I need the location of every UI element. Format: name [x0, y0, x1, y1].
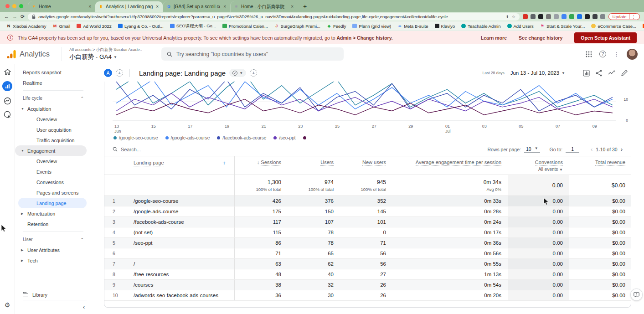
add-filter-icon[interactable]: + [250, 69, 257, 77]
sidebar-item-tech[interactable]: ▶Tech [15, 255, 91, 266]
sidebar-item-landing-page[interactable]: Landing page [18, 198, 87, 208]
table-row-4[interactable]: 4(not set)1157800m 17s0.00$0.00 [104, 227, 631, 238]
sidebar-item-retention[interactable]: Retention [15, 219, 91, 229]
tab-close-icon[interactable]: × [155, 4, 160, 9]
avatar[interactable] [627, 49, 638, 60]
chevron-up-icon[interactable]: ⌃ [80, 96, 84, 101]
column-header-landing-page[interactable]: Landing page+ [127, 156, 234, 175]
line-chart[interactable] [113, 82, 616, 123]
add-comparison-icon[interactable]: + [116, 69, 123, 77]
expand-open-icon[interactable]: ▼ [21, 149, 24, 152]
back-icon[interactable]: ← [4, 14, 9, 19]
extension-icon[interactable] [577, 14, 582, 19]
bookmark-teachable-admin[interactable]: Teachable Admin [459, 24, 503, 29]
window-controls[interactable] [3, 0, 28, 12]
extension-icon[interactable] [531, 14, 536, 19]
column-header-conversions[interactable]: Conversions All events ▼ [508, 156, 569, 175]
bookmark-start-scale-your[interactable]: ⚑Start & Scale Your... [537, 24, 588, 29]
browser-tab-home-小白新势学[interactable]: ■Home - 小白新势学院× [230, 1, 298, 12]
expand-closed-icon[interactable]: ▶ [21, 212, 23, 216]
tab-close-icon[interactable]: × [222, 4, 227, 9]
admin-gear-icon[interactable]: ⚙ [5, 301, 10, 309]
goto-page-input[interactable]: 1 [566, 146, 579, 153]
address-bar[interactable]: analytics.google.com/analytics/web/?auth… [28, 13, 520, 21]
table-row-7[interactable]: 7/6362560m 55s0.00$0.00 [104, 259, 631, 269]
table-search-input[interactable]: Search... [113, 147, 141, 152]
sidebar-item-pages-and-screens[interactable]: Pages and screens [15, 187, 91, 198]
table-row-6[interactable]: 67165560m 56s0.00$0.00 [104, 248, 631, 259]
table-row-10[interactable]: 10/adwords-seo-facebook-ads-courses36302… [104, 290, 631, 301]
column-header-total-revenue[interactable]: Total revenue [569, 156, 631, 175]
legend-item-google-ads-course[interactable]: /google-ads-course [165, 135, 210, 140]
bookmark-add-users[interactable]: Add Users [505, 24, 536, 29]
sidebar-item-monetization[interactable]: ▶Monetization [15, 208, 91, 219]
update-browser-button[interactable]: Update ⋮ [608, 13, 640, 20]
sidebar-item-reports-snapshot[interactable]: Reports snapshot [15, 67, 91, 77]
browser-tab-analytics[interactable]: ▮Analytics | Landing page: Land× [95, 1, 163, 12]
extension-icon[interactable] [569, 14, 574, 19]
bookmark-klaviyo[interactable]: Klaviyo [432, 24, 458, 29]
sidebar-item-user-acquisition[interactable]: User acquisition [15, 124, 91, 135]
table-row-9[interactable]: 9/courses3832260m 54s0.00$0.00 [104, 280, 631, 290]
bookmark-lyang-co-outl[interactable]: Lyang & Co. - Outl... [115, 24, 166, 29]
column-header-engagement[interactable]: Average engagement time per session [392, 156, 508, 175]
insights-icon[interactable] [608, 70, 615, 76]
column-header-new-users[interactable]: New users [340, 156, 392, 175]
sidebar-item-overview[interactable]: Overview [15, 114, 91, 124]
sidebar-item-conversions[interactable]: Conversions [15, 177, 91, 187]
bookmark-gmail[interactable]: MGmail [50, 24, 73, 29]
explore-icon[interactable] [4, 111, 11, 118]
sidebar-item-engagement[interactable]: ▼Engagement [15, 145, 87, 156]
table-row-8[interactable]: 8/free-resources4840271m 13s0.00$0.00 [104, 269, 631, 280]
next-page-icon[interactable]: › [621, 146, 623, 153]
tab-close-icon[interactable]: × [290, 4, 294, 9]
sidebar-item-events[interactable]: Events [15, 166, 91, 177]
sidebar-item-acquisition[interactable]: ▼Acquisition [15, 103, 91, 114]
table-row-3[interactable]: 3/facebook-ads-course1171071010m 24s0.00… [104, 217, 631, 227]
legend-item[interactable] [303, 136, 306, 139]
bookmark-xiaobai-academy[interactable]: NXiaobai Academy [4, 24, 49, 29]
more-options-icon[interactable]: ⋮ [613, 51, 619, 57]
bookmark-ecommerce-case[interactable]: eCommerce Case... [588, 24, 639, 29]
maximize-window-icon[interactable] [19, 4, 23, 8]
share-report-icon[interactable] [596, 70, 602, 77]
comparisons-icon[interactable] [583, 70, 590, 77]
extension-icon[interactable] [538, 14, 543, 19]
browser-tab-home[interactable]: ♥Home× [28, 1, 95, 12]
add-column-icon[interactable]: + [222, 160, 226, 166]
bookmark-seo课程大纲-go[interactable]: SEO课程大纲 - Go... [167, 23, 219, 29]
table-row-1[interactable]: 1/google-seo-course4263763520m 33s0.00$0… [104, 196, 631, 206]
extension-icon[interactable] [562, 14, 567, 19]
rows-per-page-select[interactable]: 10▼ [524, 146, 540, 153]
feedback-button[interactable] [630, 288, 643, 301]
expand-closed-icon[interactable]: ▶ [21, 248, 23, 252]
see-change-history-link[interactable]: See change history [519, 35, 562, 41]
extension-icon[interactable] [592, 14, 598, 19]
share-icon[interactable]: ⬆ [505, 15, 509, 19]
dimension-chip[interactable]: ✓ ▼ [229, 69, 246, 77]
expand-closed-icon[interactable]: ▶ [21, 259, 23, 263]
open-setup-assistant-button[interactable]: Open Setup Assistant [574, 32, 637, 43]
collapse-nav-icon[interactable]: ‹ [83, 304, 85, 310]
home-icon[interactable] [4, 69, 11, 75]
conversions-event-select[interactable]: All events ▼ [514, 167, 563, 172]
all-users-segment-badge[interactable]: A [104, 69, 112, 77]
analytics-logo[interactable]: Analytics [6, 50, 50, 59]
bookmark-plann-grid-view[interactable]: Plann (grid view) [350, 24, 394, 29]
legend-item-seo-ppt[interactable]: /seo-ppt [273, 135, 295, 140]
bookmark-surgegraph-premi[interactable]: JSurgeGraph Premi... [272, 24, 323, 29]
sidebar-section-life-cycle[interactable]: Life cycle⌃ [15, 93, 91, 103]
extension-icon[interactable] [523, 14, 528, 19]
search-input[interactable]: Try searching "top countries by users" [161, 47, 344, 61]
column-header-sessions[interactable]: ↓ Sessions [234, 156, 288, 175]
edit-report-icon[interactable] [621, 70, 628, 76]
chevron-up-icon[interactable]: ⌃ [80, 237, 84, 242]
sidebar-item-user-attributes[interactable]: ▶User Attributes [15, 245, 91, 255]
extension-icon[interactable] [546, 14, 551, 19]
bookmark-feedly[interactable]: ◆Feedly [324, 24, 349, 29]
extension-icon[interactable] [585, 14, 590, 19]
extension-icon[interactable] [554, 14, 559, 19]
minimize-window-icon[interactable] [12, 4, 16, 8]
help-icon[interactable]: ? [599, 51, 606, 57]
close-window-icon[interactable] [5, 4, 10, 8]
